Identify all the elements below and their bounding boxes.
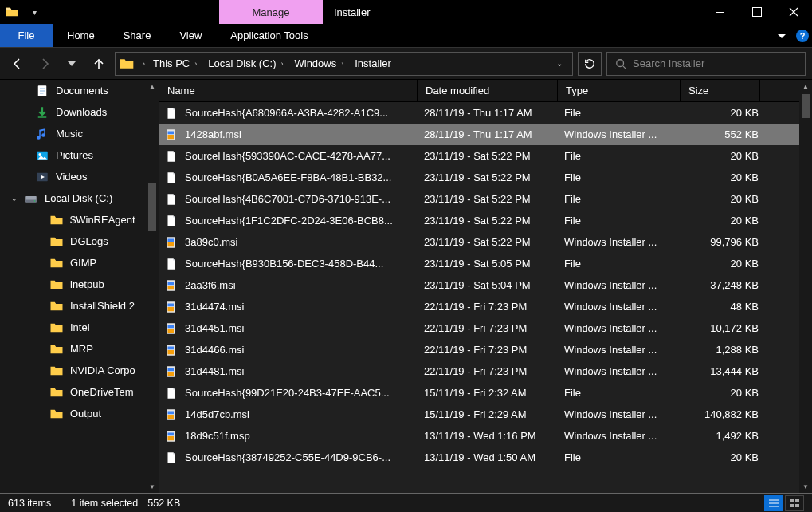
close-button[interactable] bbox=[775, 0, 812, 24]
file-type: Windows Installer ... bbox=[564, 322, 685, 334]
address-history-button[interactable]: ⌄ bbox=[550, 59, 569, 68]
scroll-up-icon[interactable]: ▲ bbox=[799, 80, 812, 93]
nav-subfolder[interactable]: Output bbox=[0, 403, 159, 424]
tab-view[interactable]: View bbox=[165, 24, 216, 47]
qat-menu-icon[interactable]: ▾ bbox=[33, 8, 37, 17]
svg-rect-13 bbox=[168, 242, 175, 246]
breadcrumb[interactable]: Local Disk (C:)› bbox=[203, 53, 288, 75]
svg-rect-20 bbox=[168, 303, 175, 306]
file-row[interactable]: SourceHash{B930B156-DEC3-458D-B44...23/1… bbox=[159, 253, 812, 274]
column-size[interactable]: Size bbox=[681, 80, 760, 101]
nav-subfolder[interactable]: Intel bbox=[0, 317, 159, 338]
minimize-button[interactable] bbox=[702, 0, 739, 24]
column-date[interactable]: Date modified bbox=[418, 80, 558, 101]
details-view-button[interactable] bbox=[764, 495, 783, 511]
scroll-down-icon[interactable]: ▼ bbox=[799, 480, 812, 493]
file-row[interactable]: 2aa3f6.msi23/11/19 - Sat 5:04 PMWindows … bbox=[159, 274, 812, 296]
file-size: 20 KB bbox=[685, 451, 759, 463]
forward-button[interactable] bbox=[33, 53, 56, 75]
file-date: 28/11/19 - Thu 1:17 AM bbox=[424, 128, 564, 140]
scroll-up-icon[interactable]: ▲ bbox=[146, 80, 159, 93]
nav-subfolder[interactable]: InstallShield 2 bbox=[0, 295, 159, 317]
nav-subfolder[interactable]: DGLogs bbox=[0, 230, 159, 252]
file-date: 23/11/19 - Sat 5:22 PM bbox=[424, 171, 564, 183]
file-row[interactable]: SourceHash{4B6C7001-C7D6-3710-913E-...23… bbox=[159, 188, 812, 210]
window-title: Installer bbox=[323, 0, 702, 24]
file-tab[interactable]: File bbox=[0, 24, 53, 47]
refresh-button[interactable] bbox=[578, 52, 602, 76]
file-type: Windows Installer ... bbox=[564, 128, 685, 140]
file-row[interactable]: SourceHash{99D21E20-24B3-47EF-AAC5...15/… bbox=[159, 382, 812, 404]
nav-item-label: Pictures bbox=[56, 149, 93, 161]
file-row[interactable]: 31d4451.msi22/11/19 - Fri 7:23 PMWindows… bbox=[159, 317, 812, 339]
file-row[interactable]: 31d4474.msi22/11/19 - Fri 7:23 PMWindows… bbox=[159, 296, 812, 317]
file-row[interactable]: SourceHash{1F1C2DFC-2D24-3E06-BCB8...23/… bbox=[159, 210, 812, 231]
back-button[interactable] bbox=[6, 53, 29, 75]
file-name: SourceHash{4B6C7001-C7D6-3710-913E-... bbox=[185, 193, 424, 205]
file-size: 20 KB bbox=[685, 150, 759, 162]
breadcrumb[interactable]: Windows› bbox=[289, 53, 348, 75]
tab-share[interactable]: Share bbox=[109, 24, 166, 47]
file-size: 10,172 KB bbox=[685, 322, 759, 334]
file-row[interactable]: 31d4481.msi22/11/19 - Fri 7:23 PMWindows… bbox=[159, 360, 812, 382]
file-size: 20 KB bbox=[685, 193, 759, 205]
file-row[interactable]: SourceHash{38749252-C55E-44D9-9CB6-...13… bbox=[159, 447, 812, 468]
address-bar[interactable]: › This PC› Local Disk (C:)› Windows› Ins… bbox=[115, 52, 573, 76]
nav-subfolder[interactable]: NVIDIA Corpo bbox=[0, 360, 159, 381]
nav-item-pictures[interactable]: Pictures bbox=[0, 144, 159, 166]
file-size: 20 KB bbox=[685, 387, 759, 399]
tab-home[interactable]: Home bbox=[53, 24, 109, 47]
nav-subfolder[interactable]: $WinREAgent bbox=[0, 209, 159, 230]
context-tab-header[interactable]: Manage bbox=[219, 0, 323, 24]
recent-locations-button[interactable] bbox=[61, 53, 83, 75]
file-date: 15/11/19 - Fri 2:29 AM bbox=[424, 408, 564, 420]
file-row[interactable]: 1428abf.msi28/11/19 - Thu 1:17 AMWindows… bbox=[159, 124, 812, 145]
nav-item-documents[interactable]: Documents bbox=[0, 80, 159, 101]
nav-subfolder[interactable]: GIMP bbox=[0, 252, 159, 274]
file-row[interactable]: 14d5d7cb.msi15/11/19 - Fri 2:29 AMWindow… bbox=[159, 404, 812, 425]
search-icon bbox=[615, 58, 626, 69]
help-button[interactable]: ? bbox=[793, 24, 812, 47]
filelist-scrollbar[interactable] bbox=[799, 80, 812, 493]
navigation-pane: DocumentsDownloadsMusicPicturesVideos⌄Lo… bbox=[0, 80, 159, 493]
nav-item-videos[interactable]: Videos bbox=[0, 166, 159, 187]
maximize-button[interactable] bbox=[739, 0, 775, 24]
column-type[interactable]: Type bbox=[558, 80, 681, 101]
breadcrumb[interactable]: This PC› bbox=[148, 53, 202, 75]
svg-rect-17 bbox=[168, 282, 175, 285]
ribbon-expand-button[interactable] bbox=[771, 24, 793, 47]
svg-rect-35 bbox=[168, 432, 175, 435]
file-size: 20 KB bbox=[685, 107, 759, 119]
scrollbar-thumb[interactable] bbox=[148, 183, 156, 231]
file-row[interactable]: 18d9c51f.msp13/11/19 - Wed 1:16 PMWindow… bbox=[159, 425, 812, 447]
tab-application-tools[interactable]: Application Tools bbox=[216, 24, 322, 47]
file-row[interactable]: 3a89c0.msi23/11/19 - Sat 5:22 PMWindows … bbox=[159, 231, 812, 253]
navpane-scrollbar[interactable] bbox=[146, 80, 159, 493]
nav-item-downloads[interactable]: Downloads bbox=[0, 101, 159, 123]
file-type: Windows Installer ... bbox=[564, 365, 685, 377]
svg-point-0 bbox=[617, 59, 624, 66]
file-name: 1428abf.msi bbox=[185, 128, 424, 140]
thumbnails-view-button[interactable] bbox=[785, 495, 804, 511]
search-box[interactable]: Search Installer bbox=[606, 52, 806, 76]
file-name: 2aa3f6.msi bbox=[185, 279, 424, 291]
file-row[interactable]: SourceHash{A680966A-A3BA-4282-A1C9...28/… bbox=[159, 102, 812, 124]
nav-subfolder[interactable]: inetpub bbox=[0, 274, 159, 295]
expand-toggle-icon[interactable]: ⌄ bbox=[11, 195, 18, 203]
file-row[interactable]: 31d4466.msi22/11/19 - Fri 7:23 PMWindows… bbox=[159, 339, 812, 360]
folder-icon bbox=[5, 5, 19, 19]
file-type: Windows Installer ... bbox=[564, 344, 685, 356]
nav-subfolder[interactable]: OneDriveTem bbox=[0, 381, 159, 403]
svg-rect-22 bbox=[168, 329, 175, 333]
file-row[interactable]: SourceHash{B0A5A6EE-F8BA-48B1-BB32...23/… bbox=[159, 167, 812, 188]
scrollbar-thumb[interactable] bbox=[802, 94, 810, 118]
nav-item-music[interactable]: Music bbox=[0, 123, 159, 144]
nav-subfolder[interactable]: MRP bbox=[0, 338, 159, 360]
file-type: File bbox=[564, 150, 685, 162]
column-name[interactable]: Name bbox=[159, 80, 418, 101]
file-row[interactable]: SourceHash{593390AC-CACE-4278-AA77...23/… bbox=[159, 145, 812, 167]
breadcrumb[interactable]: Installer bbox=[350, 53, 396, 75]
up-button[interactable] bbox=[88, 53, 110, 75]
scroll-down-icon[interactable]: ▼ bbox=[146, 480, 159, 493]
nav-item-local-disk-c[interactable]: ⌄Local Disk (C:) bbox=[0, 187, 159, 209]
